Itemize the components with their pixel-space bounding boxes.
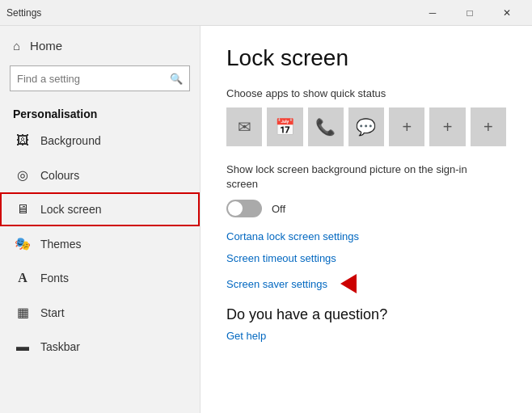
sidebar-label-fonts: Fonts <box>40 272 69 284</box>
qs-icon-messages[interactable]: 💬 <box>348 107 384 146</box>
toggle-state-label: Off <box>272 203 285 215</box>
close-button[interactable]: ✕ <box>488 0 526 26</box>
taskbar-icon: ▬ <box>15 339 31 354</box>
colours-icon: ◎ <box>15 167 31 183</box>
title-bar: Settings ─ □ ✕ <box>0 0 532 26</box>
qs-icon-add-1[interactable]: + <box>389 107 424 146</box>
sidebar-label-taskbar: Taskbar <box>40 340 80 353</box>
sidebar-item-home[interactable]: ⌂ Home <box>0 26 200 59</box>
toggle-row: Off <box>226 200 506 217</box>
question-title: Do you have a question? <box>226 306 506 323</box>
screen-timeout-link[interactable]: Screen timeout settings <box>226 252 506 264</box>
minimize-button[interactable]: ─ <box>414 0 451 26</box>
sidebar-label-background: Background <box>40 134 101 147</box>
screensaver-row: Screen saver settings <box>226 274 506 293</box>
sign-in-section: Show lock screen background picture on t… <box>226 162 506 217</box>
start-icon: ▦ <box>15 305 31 320</box>
red-arrow-icon <box>340 274 357 293</box>
sidebar-item-lock-screen[interactable]: 🖥 Lock screen <box>0 192 200 226</box>
fonts-icon: A <box>15 271 31 285</box>
sidebar-label-colours: Colours <box>40 169 79 182</box>
sidebar-item-background[interactable]: 🖼 Background <box>0 124 200 158</box>
home-icon: ⌂ <box>13 39 20 53</box>
section-title: Personalisation <box>0 101 200 124</box>
window-controls: ─ □ ✕ <box>414 0 526 26</box>
toggle-knob <box>228 201 243 216</box>
qs-icon-add-3[interactable]: + <box>471 107 506 146</box>
screensaver-link[interactable]: Screen saver settings <box>226 278 327 290</box>
qs-icon-calendar[interactable]: 📅 <box>267 107 302 146</box>
quick-status-row: ✉ 📅 📞 💬 + + + <box>226 107 506 146</box>
background-icon: 🖼 <box>15 133 31 148</box>
qs-icon-mail[interactable]: ✉ <box>226 107 262 146</box>
page-title: Lock screen <box>226 45 506 71</box>
cortana-link[interactable]: Cortana lock screen settings <box>226 230 506 242</box>
maximize-button[interactable]: □ <box>451 0 488 26</box>
sidebar-item-colours[interactable]: ◎ Colours <box>0 158 200 192</box>
get-help-link[interactable]: Get help <box>226 330 506 342</box>
home-label: Home <box>30 39 62 53</box>
lock-screen-icon: 🖥 <box>15 202 31 217</box>
qs-icon-add-2[interactable]: + <box>429 107 465 146</box>
sidebar-item-start[interactable]: ▦ Start <box>0 295 200 330</box>
sidebar-item-fonts[interactable]: A Fonts <box>0 261 200 295</box>
sidebar-label-start: Start <box>40 306 65 319</box>
sign-in-label: Show lock screen background picture on t… <box>226 162 501 192</box>
main-content: Lock screen Choose apps to show quick st… <box>201 26 532 413</box>
qs-icon-phone[interactable]: 📞 <box>308 107 344 146</box>
search-icon: 🔍 <box>170 73 183 85</box>
sign-in-toggle[interactable] <box>226 200 262 217</box>
sidebar-item-taskbar[interactable]: ▬ Taskbar <box>0 330 200 364</box>
sidebar: ⌂ Home 🔍 Personalisation 🖼 Background ◎ … <box>0 26 201 413</box>
themes-icon: 🎭 <box>15 236 31 251</box>
app-body: ⌂ Home 🔍 Personalisation 🖼 Background ◎ … <box>0 26 532 413</box>
window-title: Settings <box>6 7 41 19</box>
sidebar-label-lock-screen: Lock screen <box>40 203 101 216</box>
search-input[interactable] <box>17 73 170 85</box>
sidebar-label-themes: Themes <box>40 238 82 251</box>
sidebar-item-themes[interactable]: 🎭 Themes <box>0 226 200 261</box>
search-box: 🔍 <box>10 65 190 91</box>
quick-status-label: Choose apps to show quick status <box>226 87 506 99</box>
